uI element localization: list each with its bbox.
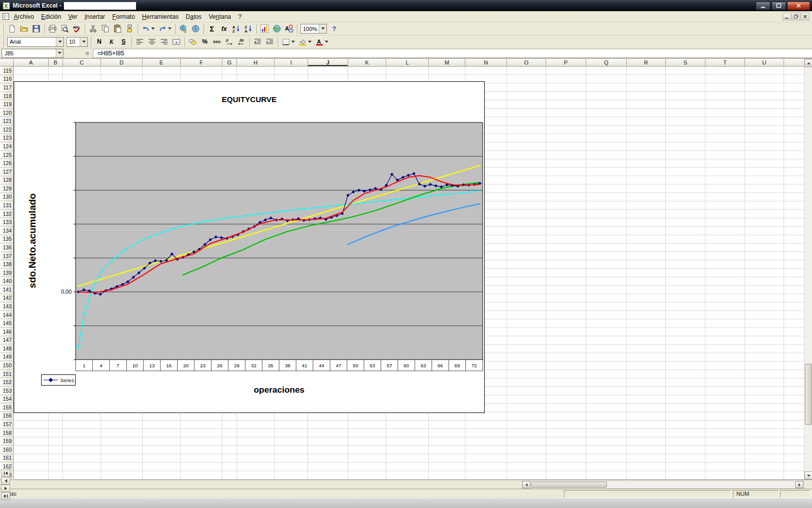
column-header-l[interactable]: L xyxy=(386,59,429,67)
chart-wizard-button[interactable] xyxy=(259,23,270,35)
menu-formato[interactable]: Formato xyxy=(109,12,139,22)
row-header-146[interactable]: 146 xyxy=(0,328,14,336)
copy-button[interactable] xyxy=(99,23,111,35)
row-header-160[interactable]: 160 xyxy=(0,446,14,454)
chevron-down-icon[interactable] xyxy=(168,27,172,30)
map-button[interactable] xyxy=(271,23,283,35)
next-sheet-button[interactable] xyxy=(1,485,10,492)
thousands-button[interactable]: 000 xyxy=(211,36,223,47)
workbook-close-button[interactable] xyxy=(801,13,809,20)
row-header-135[interactable]: 135 xyxy=(0,235,14,244)
menu-help[interactable]: ? xyxy=(234,12,245,22)
last-sheet-button[interactable] xyxy=(1,492,10,500)
row-header-133[interactable]: 133 xyxy=(0,218,14,227)
row-header-138[interactable]: 138 xyxy=(0,260,14,269)
vertical-scroll-thumb[interactable] xyxy=(805,364,812,425)
increase-decimal-button[interactable]: ,0 xyxy=(223,36,235,47)
decrease-decimal-button[interactable]: ,00 xyxy=(235,36,247,47)
menu-ver[interactable]: Ver xyxy=(64,12,81,22)
select-all-corner[interactable] xyxy=(0,59,14,67)
italic-button[interactable]: K xyxy=(106,36,117,47)
sort-ascending-button[interactable]: AZ xyxy=(230,23,242,35)
row-header-126[interactable]: 126 xyxy=(0,159,14,168)
row-header-121[interactable]: 121 xyxy=(0,117,14,125)
row-header-148[interactable]: 148 xyxy=(0,344,14,353)
scroll-up-button[interactable] xyxy=(804,59,812,67)
chevron-down-icon[interactable] xyxy=(319,24,326,33)
format-painter-button[interactable] xyxy=(124,23,136,35)
autosum-button[interactable]: Σ xyxy=(206,23,218,35)
column-header-q[interactable]: Q xyxy=(586,59,627,67)
column-header-j[interactable]: J xyxy=(308,59,348,67)
row-header-137[interactable]: 137 xyxy=(0,252,14,261)
chart-object[interactable]: 0,00147101316202326293235384144475053576… xyxy=(14,81,485,413)
column-header-f[interactable]: F xyxy=(181,59,222,67)
font-size-combo[interactable]: 10 xyxy=(66,37,88,47)
merge-center-button[interactable]: a xyxy=(171,36,182,47)
row-header-129[interactable]: 129 xyxy=(0,184,14,193)
column-header-m[interactable]: M xyxy=(429,59,465,67)
row-header-142[interactable]: 142 xyxy=(0,294,14,303)
font-combo[interactable]: Arial xyxy=(7,37,64,47)
row-header-152[interactable]: 152 xyxy=(0,378,14,387)
column-header-g[interactable]: G xyxy=(222,59,237,67)
chevron-down-icon[interactable] xyxy=(56,38,63,46)
column-header-o[interactable]: O xyxy=(507,59,546,67)
column-header-s[interactable]: S xyxy=(666,59,705,67)
row-header-159[interactable]: 159 xyxy=(0,437,14,446)
minimize-button[interactable] xyxy=(756,2,770,10)
chevron-down-icon[interactable] xyxy=(151,27,155,30)
row-header-116[interactable]: 116 xyxy=(0,75,14,84)
row-header-155[interactable]: 155 xyxy=(0,403,14,412)
column-header-t[interactable]: T xyxy=(705,59,745,67)
open-button[interactable] xyxy=(18,23,30,35)
previous-sheet-button[interactable] xyxy=(1,477,10,485)
column-header-e[interactable]: E xyxy=(143,59,181,67)
print-button[interactable] xyxy=(47,23,58,35)
row-header-145[interactable]: 145 xyxy=(0,319,14,328)
menu-insertar[interactable]: Insertar xyxy=(81,12,109,22)
column-header-n[interactable]: N xyxy=(465,59,507,67)
column-header-p[interactable]: P xyxy=(546,59,586,67)
row-header-139[interactable]: 139 xyxy=(0,269,14,277)
increase-indent-button[interactable] xyxy=(264,36,276,47)
row-header-157[interactable]: 157 xyxy=(0,420,14,429)
undo-button[interactable] xyxy=(140,23,156,35)
insert-hyperlink-button[interactable] xyxy=(178,23,189,35)
menu-archivo[interactable]: Archivo xyxy=(10,12,38,22)
row-header-156[interactable]: 156 xyxy=(0,412,14,421)
column-header-a[interactable]: A xyxy=(14,59,49,67)
row-header-117[interactable]: 117 xyxy=(0,83,14,92)
menu-herramientas[interactable]: Herramientas xyxy=(139,12,182,22)
workbook-minimize-button[interactable] xyxy=(783,13,791,20)
borders-button[interactable] xyxy=(280,36,296,47)
row-header-144[interactable]: 144 xyxy=(0,311,14,320)
decrease-indent-button[interactable] xyxy=(252,36,263,47)
row-header-115[interactable]: 115 xyxy=(0,67,14,75)
font-color-button[interactable]: A xyxy=(314,36,330,47)
spelling-button[interactable]: abc xyxy=(71,23,83,35)
row-header-119[interactable]: 119 xyxy=(0,100,14,109)
row-header-130[interactable]: 130 xyxy=(0,193,14,202)
row-header-118[interactable]: 118 xyxy=(0,92,14,101)
row-header-122[interactable]: 122 xyxy=(0,125,14,134)
toolbar-grip[interactable] xyxy=(2,24,4,34)
drawing-button[interactable]: A xyxy=(283,23,295,35)
chevron-down-icon[interactable] xyxy=(325,41,328,43)
row-header-149[interactable]: 149 xyxy=(0,353,14,362)
redo-button[interactable] xyxy=(157,23,173,35)
row-header-150[interactable]: 150 xyxy=(0,361,14,370)
chevron-down-icon[interactable] xyxy=(291,41,295,43)
bold-button[interactable]: N xyxy=(93,36,105,47)
formula-input[interactable]: =H85+I85 xyxy=(93,49,812,58)
row-header-131[interactable]: 131 xyxy=(0,201,14,210)
vertical-scrollbar[interactable] xyxy=(804,59,812,480)
column-header-d[interactable]: D xyxy=(101,59,143,67)
scroll-left-button[interactable] xyxy=(522,481,530,488)
row-header-120[interactable]: 120 xyxy=(0,109,14,117)
row-header-141[interactable]: 141 xyxy=(0,285,14,294)
menu-ventana[interactable]: Ventana xyxy=(205,12,234,22)
column-header-k[interactable]: K xyxy=(348,59,386,67)
column-header-r[interactable]: R xyxy=(627,59,666,67)
fill-color-button[interactable] xyxy=(297,36,313,47)
